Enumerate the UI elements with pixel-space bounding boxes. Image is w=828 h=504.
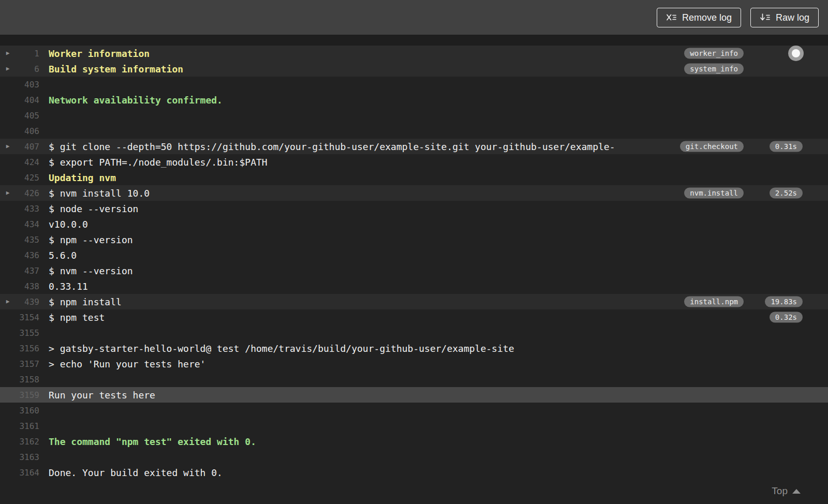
line-number[interactable]: 3156 [16,344,39,353]
line-number[interactable]: 405 [16,111,39,121]
log-row: 403 [0,77,828,92]
remove-log-label: Remove log [682,13,732,22]
fold-toggle-chevron-right-icon[interactable]: ▶ [0,46,16,61]
log-row: 424$ export PATH=./node_modules/.bin:$PA… [0,154,828,170]
line-number[interactable]: 438 [16,281,39,291]
log-row: 435$ npm --version [0,232,828,247]
line-number[interactable]: 3154 [16,313,39,322]
log-row: 3159Run your tests here [0,387,828,403]
log-row: 3158 [0,372,828,387]
line-number[interactable]: 433 [16,204,39,214]
log-toolbar: Remove log Raw log [0,0,828,35]
duration-badge: 0.31s [770,141,803,152]
line-number[interactable]: 3161 [16,421,39,431]
log-text: $ npm --version [49,234,828,245]
log-row: 406 [0,123,828,139]
line-number[interactable]: 437 [16,266,39,276]
log-row: ▶439$ npm installinstall.npm19.83s [0,294,828,309]
log-row: 405 [0,108,828,123]
job-tag-badge: system_info [684,64,744,75]
log-text: Done. Your build exited with 0. [49,467,828,478]
log-text: $ node --version [49,203,828,214]
log-text: $ nvm --version [49,265,828,276]
line-number[interactable]: 3158 [16,375,39,384]
log-row: 3157> echo 'Run your tests here' [0,356,828,372]
top-link-label: Top [772,485,788,497]
fold-toggle-chevron-right-icon[interactable]: ▶ [0,61,16,77]
line-number[interactable]: 1 [16,49,39,58]
x-list-icon [666,13,677,22]
line-number[interactable]: 3160 [16,406,39,416]
log-row: 4380.33.11 [0,278,828,294]
top-link[interactable]: Top [772,485,801,497]
job-tag-badge: git.checkout [680,141,744,152]
line-number[interactable]: 439 [16,297,39,307]
line-number[interactable]: 403 [16,80,39,90]
job-tag-badge: install.npm [684,297,744,307]
line-number[interactable]: 407 [16,142,39,152]
line-number[interactable]: 3157 [16,359,39,369]
arrow-down-list-icon [760,13,771,22]
scroll-knob[interactable] [788,46,804,61]
log-row: 3154$ npm test0.32s [0,309,828,325]
log-text: > gatsby-starter-hello-world@ test /home… [49,343,828,354]
remove-log-button[interactable]: Remove log [657,8,741,27]
line-number[interactable]: 434 [16,219,39,229]
log-row: 3160 [0,403,828,418]
log-text: 5.6.0 [49,250,828,261]
line-number[interactable]: 6 [16,64,39,74]
log-text: Updating nvm [49,172,828,183]
log-row: ▶1Worker informationworker_info [0,46,828,61]
duration-badge: 0.32s [770,312,803,323]
line-number[interactable]: 3155 [16,328,39,338]
duration-badge: 2.52s [770,188,803,199]
log-row: 433$ node --version [0,201,828,216]
line-number[interactable]: 3163 [16,452,39,462]
log-row: 3164Done. Your build exited with 0. [0,465,828,480]
raw-log-label: Raw log [776,13,809,22]
log-row: 3161 [0,418,828,434]
log-text: Run your tests here [49,390,828,401]
log-row: 425Updating nvm [0,170,828,185]
log-row: 434v10.0.0 [0,216,828,232]
log-row: 437$ nvm --version [0,263,828,278]
line-number[interactable]: 435 [16,235,39,245]
line-number[interactable]: 3159 [16,390,39,400]
log-text: v10.0.0 [49,219,828,230]
fold-toggle-chevron-right-icon[interactable]: ▶ [0,294,16,309]
job-tag-badge: worker_info [684,48,744,59]
job-tag-badge: nvm.install [684,188,744,199]
log-row: 3156> gatsby-starter-hello-world@ test /… [0,340,828,356]
log-row: ▶426$ nvm install 10.0nvm.install2.52s [0,185,828,201]
log-text: The command "npm test" exited with 0. [49,436,828,447]
build-log: ▶1Worker informationworker_info▶6Build s… [0,46,828,504]
fold-toggle-chevron-right-icon[interactable]: ▶ [0,139,16,154]
line-number[interactable]: 406 [16,126,39,136]
line-number[interactable]: 3162 [16,437,39,447]
log-row: 3162The command "npm test" exited with 0… [0,434,828,449]
fold-toggle-chevron-right-icon[interactable]: ▶ [0,185,16,201]
log-text: $ npm test [49,312,828,323]
log-row: 404Network availability confirmed. [0,92,828,108]
log-row: 4365.6.0 [0,247,828,263]
log-row: 3155 [0,325,828,340]
log-row: ▶6Build system informationsystem_info [0,61,828,77]
log-text: 0.33.11 [49,281,828,292]
line-number[interactable]: 425 [16,173,39,183]
log-row: 3163 [0,449,828,465]
raw-log-button[interactable]: Raw log [750,8,819,27]
line-number[interactable]: 3164 [16,468,39,478]
line-number[interactable]: 436 [16,250,39,260]
line-number[interactable]: 424 [16,157,39,167]
caret-up-icon [792,489,801,494]
log-text: > echo 'Run your tests here' [49,359,828,369]
log-text: Network availability confirmed. [49,95,828,106]
log-text: $ export PATH=./node_modules/.bin:$PATH [49,157,828,168]
line-number[interactable]: 426 [16,188,39,198]
log-row: ▶407$ git clone --depth=50 https://githu… [0,139,828,154]
line-number[interactable]: 404 [16,95,39,105]
duration-badge: 19.83s [765,297,803,307]
